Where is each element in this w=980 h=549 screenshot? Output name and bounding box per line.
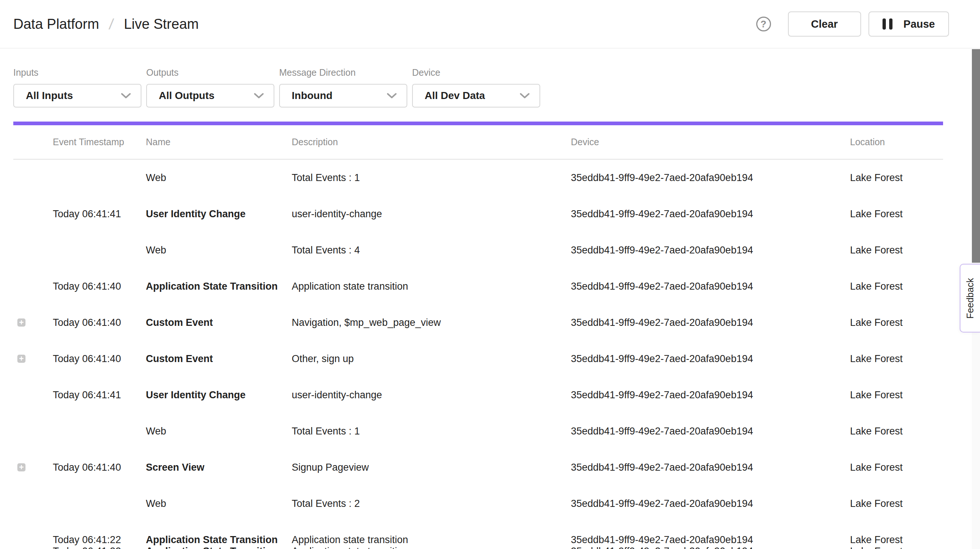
outputs-filter-value: All Outputs: [159, 90, 215, 102]
filters-bar: Inputs All Inputs Outputs All Outputs Me…: [13, 48, 540, 107]
cell-device-id: 35eddb41-9ff9-49e2-7aed-20afa90eb194: [571, 389, 850, 401]
pause-button-label: Pause: [904, 18, 935, 30]
page-header: Data Platform / Live Stream ? Clear Paus…: [0, 0, 980, 48]
cell-device-id: 35eddb41-9ff9-49e2-7aed-20afa90eb194: [571, 281, 850, 292]
table-row[interactable]: WebTotal Events : 435eddb41-9ff9-49e2-7a…: [13, 232, 943, 268]
breadcrumb-data-platform[interactable]: Data Platform: [13, 16, 99, 32]
breadcrumb: Data Platform / Live Stream: [13, 16, 199, 32]
cell-event-timestamp: Today 06:41:40: [53, 281, 146, 292]
chevron-down-icon: [387, 93, 397, 99]
table-row[interactable]: WebTotal Events : 235eddb41-9ff9-49e2-7a…: [13, 485, 943, 522]
cell-event-name: Web: [146, 498, 292, 509]
page-title: Live Stream: [124, 16, 199, 32]
cell-description: Signup Pageview: [292, 462, 571, 473]
table-row-partial[interactable]: Today 06:41:22Application State Transiti…: [13, 546, 943, 549]
cell-description: Navigation, $mp_web_page_view: [292, 317, 571, 329]
cell-event-timestamp: Today 06:41:41: [53, 208, 146, 220]
cell-device-id: 35eddb41-9ff9-49e2-7aed-20afa90eb194: [571, 208, 850, 220]
cell-event-name: Application State Transition: [146, 534, 292, 546]
cell-description: user-identity-change: [292, 208, 571, 220]
pause-button[interactable]: Pause: [869, 11, 949, 37]
cell-location: Lake Forest: [850, 498, 943, 509]
cell-event-name: User Identity Change: [146, 208, 292, 220]
row-expand-cell: +: [13, 355, 53, 363]
cell-location: Lake Forest: [850, 462, 943, 473]
cell-location: Lake Forest: [850, 317, 943, 329]
outputs-filter: Outputs All Outputs: [146, 67, 274, 107]
cell-location: Lake Forest: [850, 244, 943, 256]
column-header-location: Location: [850, 137, 943, 147]
table-row[interactable]: WebTotal Events : 135eddb41-9ff9-49e2-7a…: [13, 160, 943, 196]
cell-event-timestamp: Today 06:41:41: [53, 389, 146, 401]
inputs-filter-select[interactable]: All Inputs: [13, 84, 142, 107]
expand-row-button[interactable]: +: [18, 318, 25, 327]
cell-event-name: Web: [146, 426, 292, 437]
table-row[interactable]: Today 06:41:22Application State Transiti…: [13, 522, 943, 549]
message-direction-filter-select[interactable]: Inbound: [279, 84, 407, 107]
scrollbar-thumb[interactable]: [972, 49, 980, 263]
table-row[interactable]: Today 06:41:40Application State Transiti…: [13, 268, 943, 305]
expand-row-button[interactable]: +: [18, 463, 25, 471]
column-header-device: Device: [571, 137, 850, 147]
header-actions: ? Clear Pause: [756, 11, 949, 37]
question-mark-glyph: ?: [760, 19, 767, 30]
help-icon[interactable]: ?: [756, 17, 771, 31]
live-stream-progress-bar: [13, 121, 943, 125]
pause-icon: [883, 19, 892, 30]
message-direction-filter-label: Message Direction: [279, 67, 407, 78]
cell-event-name: User Identity Change: [146, 389, 292, 401]
cell-device-id: 35eddb41-9ff9-49e2-7aed-20afa90eb194: [571, 426, 850, 437]
cell-event-name: Screen View: [146, 462, 292, 473]
cell-location: Lake Forest: [850, 208, 943, 220]
column-header-name: Name: [146, 137, 292, 147]
expand-row-button[interactable]: +: [18, 355, 25, 363]
chevron-down-icon: [520, 93, 530, 99]
table-row[interactable]: WebTotal Events : 135eddb41-9ff9-49e2-7a…: [13, 413, 943, 449]
message-direction-filter: Message Direction Inbound: [279, 67, 407, 107]
cell-location: Lake Forest: [850, 534, 943, 546]
cell-description: Application state transition: [292, 546, 571, 549]
cell-description: Total Events : 4: [292, 244, 571, 256]
column-header-description: Description: [292, 137, 571, 147]
cell-event-name: Custom Event: [146, 317, 292, 329]
cell-description: Total Events : 1: [292, 426, 571, 437]
clear-button[interactable]: Clear: [788, 11, 861, 37]
feedback-tab-label: Feedback: [965, 278, 975, 318]
table-header-row: Event Timestamp Name Description Device …: [13, 125, 943, 160]
cell-device-id: 35eddb41-9ff9-49e2-7aed-20afa90eb194: [571, 353, 850, 365]
row-expand-cell: +: [13, 318, 53, 327]
table-row[interactable]: +Today 06:41:40Custom EventNavigation, $…: [13, 305, 943, 341]
cell-description: Total Events : 1: [292, 172, 571, 184]
chevron-down-icon: [121, 93, 131, 99]
feedback-tab[interactable]: Feedback: [960, 264, 980, 332]
table-row[interactable]: Today 06:41:41User Identity Changeuser-i…: [13, 377, 943, 413]
cell-event-timestamp: Today 06:41:40: [53, 353, 146, 365]
cell-device-id: 35eddb41-9ff9-49e2-7aed-20afa90eb194: [571, 172, 850, 184]
device-filter: Device All Dev Data: [412, 67, 540, 107]
cell-location: Lake Forest: [850, 281, 943, 292]
message-direction-filter-value: Inbound: [292, 90, 332, 102]
cell-event-name: Web: [146, 244, 292, 256]
cell-device-id: 35eddb41-9ff9-49e2-7aed-20afa90eb194: [571, 462, 850, 473]
column-header-event-timestamp: Event Timestamp: [53, 137, 146, 147]
cell-location: Lake Forest: [850, 353, 943, 365]
cell-description: Application state transition: [292, 281, 571, 292]
cell-device-id: 35eddb41-9ff9-49e2-7aed-20afa90eb194: [571, 317, 850, 329]
table-row[interactable]: +Today 06:41:40Custom EventOther, sign u…: [13, 341, 943, 377]
cell-description: Total Events : 2: [292, 498, 571, 509]
cell-device-id: 35eddb41-9ff9-49e2-7aed-20afa90eb194: [571, 498, 850, 509]
events-table: Event Timestamp Name Description Device …: [13, 125, 943, 549]
device-filter-label: Device: [412, 67, 540, 78]
cell-location: Lake Forest: [850, 546, 943, 549]
device-filter-select[interactable]: All Dev Data: [412, 84, 540, 107]
table-row[interactable]: Today 06:41:41User Identity Changeuser-i…: [13, 196, 943, 232]
table-row[interactable]: +Today 06:41:40Screen ViewSignup Pagevie…: [13, 449, 943, 485]
cell-location: Lake Forest: [850, 172, 943, 184]
chevron-down-icon: [254, 93, 264, 99]
outputs-filter-select[interactable]: All Outputs: [146, 84, 274, 107]
cell-device-id: 35eddb41-9ff9-49e2-7aed-20afa90eb194: [571, 546, 850, 549]
cell-device-id: 35eddb41-9ff9-49e2-7aed-20afa90eb194: [571, 244, 850, 256]
inputs-filter-label: Inputs: [13, 67, 142, 78]
cell-location: Lake Forest: [850, 426, 943, 437]
table-body: WebTotal Events : 135eddb41-9ff9-49e2-7a…: [13, 160, 943, 549]
